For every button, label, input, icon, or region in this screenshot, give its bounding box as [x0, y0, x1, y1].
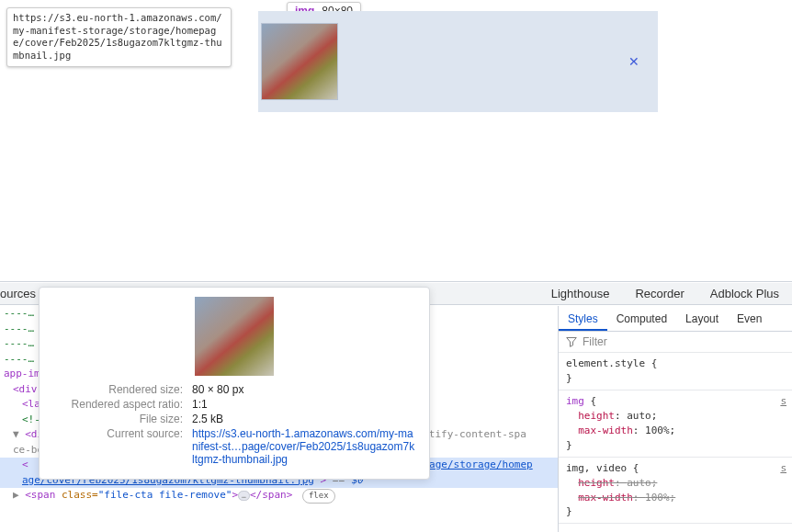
styles-filter-input[interactable]: Filter	[583, 335, 607, 348]
current-source-link[interactable]: https://s3.eu-north-1.amazonaws.com/my-m…	[192, 427, 416, 466]
aspect-ratio-value: 1:1	[192, 398, 416, 411]
url-tooltip: https://s3.eu-north-1.amazonaws.com/my-m…	[6, 7, 232, 67]
tab-adblock-plus[interactable]: Adblock Plus	[697, 283, 792, 304]
rendered-size-label: Rendered size:	[52, 383, 183, 396]
aspect-ratio-label: Rendered aspect ratio:	[52, 398, 183, 411]
expand-toggle-icon[interactable]: ▶	[13, 489, 19, 501]
css-rule-img[interactable]: s img { height: auto; max-width: 100%; }	[559, 391, 792, 458]
popover-thumbnail	[195, 297, 274, 376]
dom-text: ----…	[4, 323, 34, 334]
image-hover-popover: Rendered size: 80 × 80 px Rendered aspec…	[39, 287, 430, 480]
tab-lighthouse[interactable]: Lighthouse	[538, 283, 623, 304]
file-size-value: 2.5 kB	[192, 413, 416, 425]
tab-event-listeners[interactable]: Even	[728, 307, 771, 331]
styles-filter-row: Filter	[559, 332, 792, 353]
current-source-label: Current source:	[52, 427, 183, 466]
styles-tabs: Styles Computed Layout Even	[559, 306, 792, 332]
flex-badge[interactable]: flex	[302, 489, 335, 504]
tab-recorder[interactable]: Recorder	[622, 283, 696, 304]
rendered-size-value: 80 × 80 px	[192, 383, 416, 396]
css-rule-img-video[interactable]: s img, video { height: auto; max-width: …	[559, 458, 792, 525]
dom-text: ----…	[4, 353, 34, 365]
stylesheet-source-link[interactable]: s	[780, 461, 786, 476]
file-size-label: File size:	[52, 413, 183, 425]
dom-text: ----…	[4, 307, 34, 319]
devtools-divider	[0, 281, 792, 282]
remove-thumbnail-button[interactable]: ✕	[628, 54, 639, 69]
tab-styles[interactable]: Styles	[559, 307, 607, 331]
styles-pane: Styles Computed Layout Even Filter eleme…	[558, 306, 792, 532]
expand-toggle-icon[interactable]: ▼	[13, 428, 19, 440]
upload-preview-box: ✕	[258, 11, 658, 112]
tab-computed[interactable]: Computed	[607, 307, 676, 331]
tab-layout[interactable]: Layout	[676, 307, 728, 331]
css-rule-element-style[interactable]: element.style { }	[559, 353, 792, 391]
stylesheet-source-link[interactable]: s	[780, 394, 786, 409]
page-preview-area: https://s3.eu-north-1.amazonaws.com/my-m…	[0, 0, 792, 280]
filter-icon	[566, 336, 577, 347]
dom-text: ----…	[4, 337, 34, 349]
thumbnail-image[interactable]	[262, 24, 337, 99]
ellipsis-icon[interactable]: …	[238, 491, 250, 501]
